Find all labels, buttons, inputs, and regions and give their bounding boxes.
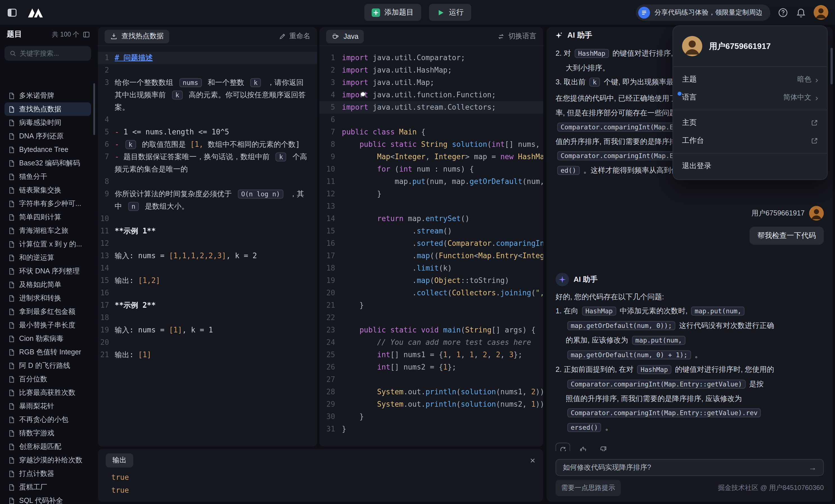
desc-line[interactable]: 14 <box>98 262 317 275</box>
desc-line[interactable]: 18 <box>98 311 317 324</box>
code-line[interactable]: 9 Map<Integer, Integer> map = new HashMa… <box>319 151 543 163</box>
code-line[interactable]: 25 int[] nums1 = {1, 1, 1, 2, 2, 3}; <box>319 349 543 361</box>
desc-line[interactable]: 10 <box>98 213 317 225</box>
code-line[interactable]: 30 } <box>319 411 543 423</box>
sidebar-item[interactable]: 拿到最多红包金额 <box>4 305 91 318</box>
code-line[interactable]: 12 } <box>319 188 543 200</box>
menu-item-language[interactable]: 语言简体中文› <box>673 88 827 106</box>
sidebar-item[interactable]: 青海湖租车之旅 <box>4 224 91 237</box>
code-line[interactable]: 10 for (int num : nums) { <box>319 163 543 176</box>
help-icon[interactable] <box>778 7 788 18</box>
sidebar-item[interactable]: 比赛最高获胜次数 <box>4 386 91 399</box>
sidebar-item[interactable]: DNA 序列还原 <box>4 129 91 143</box>
desc-line[interactable]: 5- 1 <= nums.length <= 10^5 <box>98 126 317 138</box>
code-line[interactable]: 8 public static String solution(int[] nu… <box>319 138 543 151</box>
sidebar-item[interactable]: 简单四则计算 <box>4 210 91 224</box>
sidebar-item[interactable]: 百分位数 <box>4 372 91 386</box>
promo-banner[interactable]: 分享代码练习体验，领限量定制周边 <box>636 4 770 21</box>
desc-line[interactable]: 19输入: nums = [1], k = 1 <box>98 324 317 336</box>
desc-line[interactable]: 8 <box>98 176 317 188</box>
output-tab[interactable]: 输出 <box>106 453 133 467</box>
desc-line[interactable]: 4 <box>98 114 317 126</box>
notifications-bell-icon[interactable] <box>796 7 806 18</box>
sidebar-item[interactable]: SQL 代码补全 <box>4 494 91 504</box>
desc-line[interactable]: 9你所设计算法的时间复杂度必须优于 O(n log n) ，其中 n 是数组大小… <box>98 188 317 213</box>
sidebar-item[interactable]: 阿 D 的飞行路线 <box>4 359 91 372</box>
sidebar-item[interactable]: 创意标题匹配 <box>4 440 91 453</box>
code-line[interactable]: 19 .map(Object::toString) <box>319 275 543 287</box>
collapse-panel-icon[interactable] <box>83 31 90 38</box>
menu-item-home[interactable]: 主页 <box>673 114 827 132</box>
desc-line[interactable]: 7- 题目数据保证答案唯一，换句话说，数组中前 k 个高频元素的集合是唯一的 <box>98 151 317 176</box>
markdown-editor[interactable]: 1# 问题描述2 3给你一个整数数组 nums 和一个整数 k ，请你返回其中出… <box>98 46 317 361</box>
sidebar-item[interactable]: 字符串有多少种可... <box>4 197 91 210</box>
sidebar-item[interactable]: 不再贪心的小包 <box>4 413 91 426</box>
code-line[interactable]: 6 <box>319 114 543 126</box>
sidebar-toggle-icon[interactable] <box>7 7 17 18</box>
code-line[interactable]: 24 // You can add more test cases here <box>319 336 543 349</box>
code-line[interactable]: 29 System.out.println(solution(nums2, 1)… <box>319 398 543 411</box>
sidebar-item[interactable]: 链表聚集交换 <box>4 183 91 197</box>
ai-suggested-question[interactable]: 如何修改代码实现降序排序? → <box>555 459 824 476</box>
sidebar-item[interactable]: 和的逆运算 <box>4 251 91 264</box>
thumbs-down-button[interactable] <box>596 443 611 451</box>
code-editor[interactable]: 1import java.util.Comparator;2import jav… <box>319 46 543 436</box>
code-line[interactable]: 13 <box>319 200 543 213</box>
rename-button[interactable]: 重命名 <box>279 32 310 41</box>
code-line[interactable]: 22 <box>319 311 543 324</box>
sidebar-item[interactable]: Base32 编码和解码 <box>4 156 91 170</box>
desc-line[interactable]: 17**示例 2** <box>98 299 317 311</box>
code-line[interactable]: 14 return map.entrySet() <box>319 213 543 225</box>
sidebar-item[interactable]: 查找热点数据 <box>4 102 91 116</box>
code-line[interactable]: 17 .map((Function<Map.Entry<Integer, Int… <box>319 250 543 262</box>
code-line[interactable]: 28 System.out.println(solution(nums1, 2)… <box>319 386 543 398</box>
sidebar-scrollbar-thumb[interactable] <box>93 83 95 135</box>
desc-line[interactable]: 3给你一个整数数组 nums 和一个整数 k ，请你返回其中出现频率前 k 高的… <box>98 77 317 114</box>
close-icon[interactable]: × <box>530 456 535 465</box>
code-line[interactable]: 15 .stream() <box>319 225 543 237</box>
sidebar-item[interactable]: 环状 DNA 序列整理 <box>4 264 91 278</box>
sidebar-item[interactable]: 进制求和转换 <box>4 291 91 305</box>
sidebar-item[interactable]: 多米诺骨牌 <box>4 89 91 102</box>
sidebar-item[interactable]: Cion 勒索病毒 <box>4 332 91 345</box>
desc-line[interactable]: 11**示例 1** <box>98 225 317 237</box>
problem-title-button[interactable]: 查找热点数据 <box>105 29 169 43</box>
code-line[interactable]: 21 } <box>319 299 543 311</box>
sidebar-item[interactable]: 最小替换子串长度 <box>4 318 91 332</box>
code-line[interactable]: 2import java.util.HashMap; <box>319 64 543 77</box>
thumbs-up-button[interactable] <box>576 443 590 451</box>
code-line[interactable]: 4import java.util.function.Function; <box>319 89 543 101</box>
regenerate-button[interactable] <box>555 443 570 451</box>
desc-line[interactable]: 15输出: [1,2] <box>98 275 317 287</box>
desc-line[interactable]: 1# 问题描述 <box>98 52 317 64</box>
code-line[interactable]: 3import java.util.Map; <box>319 77 543 89</box>
language-button[interactable]: Java <box>326 29 364 43</box>
menu-item-theme[interactable]: 主题暗色› <box>673 70 827 88</box>
code-line[interactable]: 31} <box>319 423 543 436</box>
ai-scrollbar-thumb[interactable] <box>831 48 833 84</box>
search-box[interactable] <box>4 46 91 61</box>
sidebar-item[interactable]: Bytedance Tree <box>4 143 91 156</box>
sidebar-item[interactable]: 及格如此简单 <box>4 278 91 291</box>
menu-item-logout[interactable]: 退出登录 <box>673 157 827 175</box>
desc-line[interactable]: 13输入: nums = [1,1,1,2,2,3], k = 2 <box>98 250 317 262</box>
code-line[interactable]: 18 .limit(k) <box>319 262 543 275</box>
desc-line[interactable]: 21输出: [1] <box>98 349 317 361</box>
sidebar-item[interactable]: 猜数字游戏 <box>4 426 91 440</box>
code-line[interactable]: 11 map.put(num, map.getOrDefault(num, 0)… <box>319 176 543 188</box>
switch-language-button[interactable]: 切换语言 <box>497 32 536 41</box>
search-input[interactable] <box>20 49 82 57</box>
code-line[interactable]: 1import java.util.Comparator; <box>319 52 543 64</box>
sidebar-item[interactable]: 暴雨梨花针 <box>4 399 91 413</box>
desc-line[interactable]: 16 <box>98 287 317 299</box>
code-line[interactable]: 16 .sorted(Comparator.comparingInt(Map.E… <box>319 237 543 250</box>
sidebar-item[interactable]: 打点计数器 <box>4 467 91 480</box>
code-line[interactable]: 27 <box>319 374 543 386</box>
hint-button[interactable]: 需要一点思路提示 <box>555 480 621 496</box>
desc-line[interactable]: 6- k 的取值范围是 [1, 数组中不相同的元素的个数] <box>98 138 317 151</box>
code-line[interactable]: 23 public static void main(String[] args… <box>319 324 543 336</box>
desc-line[interactable]: 12 <box>98 237 317 250</box>
code-line[interactable]: 7public class Main { <box>319 126 543 138</box>
add-problem-button[interactable]: 添加题目 <box>364 4 421 21</box>
menu-item-workspace[interactable]: 工作台 <box>673 132 827 149</box>
